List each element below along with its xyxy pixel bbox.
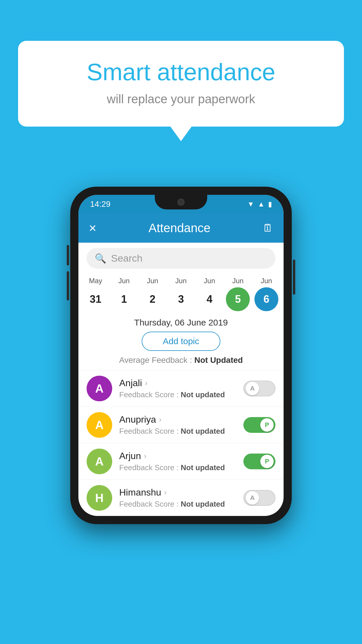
cal-date[interactable]: 5 <box>226 287 250 311</box>
cal-date[interactable]: 1 <box>112 287 136 311</box>
student-info[interactable]: Arjun ›Feedback Score : Not updated <box>119 451 243 472</box>
student-row: HHimanshu ›Feedback Score : Not updatedA <box>78 480 284 516</box>
student-avatar: A <box>87 376 112 401</box>
cal-date[interactable]: 4 <box>198 287 222 311</box>
app-bar-title: Attendance <box>149 221 211 235</box>
cal-month-label: Jun <box>118 277 130 285</box>
calendar-day[interactable]: Jun1 <box>110 277 138 311</box>
app-bar: × Attendance 🗓 <box>78 214 284 243</box>
cal-date[interactable]: 3 <box>169 287 193 311</box>
student-name[interactable]: Anupriya › <box>119 414 243 425</box>
cal-month-label: May <box>89 277 102 285</box>
student-feedback: Feedback Score : Not updated <box>119 500 243 509</box>
speech-bubble-container: Smart attendance will replace your paper… <box>18 41 344 127</box>
add-topic-button[interactable]: Add topic <box>142 332 220 351</box>
attendance-toggle[interactable]: A <box>243 381 275 396</box>
front-camera <box>178 199 184 206</box>
phone-frame: 14:29 ▼ ▲ ▮ × Attendance 🗓 🔍 Search Ma <box>70 187 292 524</box>
status-time: 14:29 <box>90 200 110 209</box>
calendar-day[interactable]: Jun5 <box>224 277 252 311</box>
student-feedback: Feedback Score : Not updated <box>119 463 243 472</box>
power-button <box>293 260 295 295</box>
search-icon: 🔍 <box>95 253 106 264</box>
chevron-right-icon: › <box>164 488 167 497</box>
toggle-circle: P <box>260 418 274 432</box>
student-row: AArjun ›Feedback Score : Not updatedP <box>78 443 284 480</box>
chevron-right-icon: › <box>159 415 161 424</box>
student-feedback: Feedback Score : Not updated <box>119 390 243 399</box>
volume-down-button <box>67 271 69 300</box>
bubble-title: Smart attendance <box>41 58 321 86</box>
student-info[interactable]: Anjali ›Feedback Score : Not updated <box>119 378 243 399</box>
selected-date-label: Thursday, 06 June 2019 <box>78 311 284 332</box>
toggle-circle: A <box>246 491 259 505</box>
student-info[interactable]: Anupriya ›Feedback Score : Not updated <box>119 414 243 436</box>
average-feedback: Average Feedback : Not Updated <box>78 356 284 365</box>
search-placeholder: Search <box>111 253 143 264</box>
cal-month-label: Jun <box>147 277 158 285</box>
calendar-day[interactable]: Jun3 <box>167 277 195 311</box>
student-name[interactable]: Anjali › <box>119 378 243 388</box>
avg-feedback-label: Average Feedback : <box>119 356 194 365</box>
status-icons: ▼ ▲ ▮ <box>247 200 272 208</box>
cal-month-label: Jun <box>175 277 187 285</box>
cal-date[interactable]: 6 <box>254 287 278 311</box>
student-info[interactable]: Himanshu ›Feedback Score : Not updated <box>119 487 243 509</box>
student-avatar: H <box>87 485 112 511</box>
student-avatar: A <box>87 449 112 474</box>
student-feedback: Feedback Score : Not updated <box>119 427 243 436</box>
wifi-icon: ▼ <box>247 200 254 208</box>
chevron-right-icon: › <box>145 379 147 388</box>
calendar-day[interactable]: Jun2 <box>138 277 166 311</box>
chevron-right-icon: › <box>144 452 147 461</box>
cal-date[interactable]: 2 <box>140 287 164 311</box>
calendar-dates-row: May31Jun1Jun2Jun3Jun4Jun5Jun6 <box>78 274 284 311</box>
phone-screen: 14:29 ▼ ▲ ▮ × Attendance 🗓 🔍 Search Ma <box>78 195 284 516</box>
cal-month-label: Jun <box>261 277 272 285</box>
signal-icon: ▲ <box>258 200 265 208</box>
calendar-icon[interactable]: 🗓 <box>263 222 273 234</box>
battery-icon: ▮ <box>268 200 272 208</box>
volume-up-button <box>67 245 69 265</box>
bubble-subtitle: will replace your paperwork <box>41 92 321 106</box>
calendar-day[interactable]: Jun6 <box>252 277 280 311</box>
student-name[interactable]: Arjun › <box>119 451 243 461</box>
cal-month-label: Jun <box>232 277 244 285</box>
students-list: AAnjali ›Feedback Score : Not updatedAAA… <box>78 370 284 516</box>
student-row: AAnjali ›Feedback Score : Not updatedA <box>78 370 284 407</box>
attendance-toggle[interactable]: A <box>243 490 275 506</box>
calendar-day[interactable]: Jun4 <box>196 277 224 311</box>
attendance-toggle[interactable]: P <box>243 417 275 433</box>
student-name[interactable]: Himanshu › <box>119 487 243 498</box>
phone-container: 14:29 ▼ ▲ ▮ × Attendance 🗓 🔍 Search Ma <box>70 187 292 524</box>
student-row: AAnupriya ›Feedback Score : Not updatedP <box>78 407 284 443</box>
student-avatar: A <box>87 412 112 438</box>
cal-date[interactable]: 31 <box>84 287 108 311</box>
avg-feedback-value: Not Updated <box>194 356 243 365</box>
attendance-toggle[interactable]: P <box>243 454 275 469</box>
close-button[interactable]: × <box>89 221 96 235</box>
phone-notch <box>155 195 207 209</box>
calendar-day[interactable]: May31 <box>82 277 110 311</box>
speech-bubble: Smart attendance will replace your paper… <box>18 41 344 127</box>
toggle-circle: A <box>246 382 259 395</box>
toggle-circle: P <box>260 455 274 468</box>
search-bar[interactable]: 🔍 Search <box>87 248 275 269</box>
cal-month-label: Jun <box>204 277 215 285</box>
